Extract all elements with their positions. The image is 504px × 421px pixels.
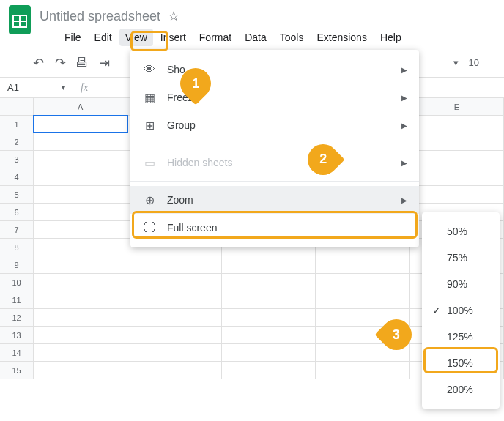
zoom-option[interactable]: 200% <box>422 376 500 403</box>
full-screen-icon: ⛶ <box>142 221 157 234</box>
cell[interactable] <box>34 168 127 185</box>
zoom-option[interactable]: 75% <box>422 245 500 271</box>
zoom-option[interactable]: 125% <box>422 324 500 350</box>
row-header[interactable]: 5 <box>0 186 34 203</box>
submenu-arrow-icon: ▶ <box>401 159 407 167</box>
row-header[interactable]: 15 <box>0 362 34 379</box>
row-header[interactable]: 1 <box>0 116 34 133</box>
menu-item-label: Hidden sheets <box>167 157 233 168</box>
cell[interactable] <box>222 256 316 273</box>
name-box-dropdown-icon[interactable]: ▾ <box>62 83 65 92</box>
sheets-logo-icon[interactable] <box>9 5 31 40</box>
cell[interactable] <box>34 239 127 256</box>
cell[interactable] <box>222 309 316 326</box>
cell[interactable] <box>34 151 127 168</box>
font-size-input[interactable]: 10 <box>463 56 485 70</box>
row-header[interactable]: 13 <box>0 327 34 343</box>
zoom-option-label: 125% <box>447 331 473 343</box>
menu-separator <box>130 144 419 144</box>
zoom-option[interactable]: ✓100% <box>422 297 500 324</box>
menu-item-label: Full screen <box>167 222 217 234</box>
view-menu-item[interactable]: ⊞Group▶ <box>130 111 419 139</box>
view-menu-item[interactable]: ⊕Zoom▶ <box>130 186 419 214</box>
cell[interactable] <box>222 362 316 379</box>
cell[interactable] <box>34 186 127 203</box>
cell[interactable] <box>34 204 127 220</box>
cell[interactable] <box>410 116 504 133</box>
menu-file[interactable]: File <box>59 29 87 46</box>
menu-format[interactable]: Format <box>193 29 237 46</box>
view-menu-item[interactable]: ⛶Full screen <box>130 214 419 242</box>
row-header[interactable]: 14 <box>0 344 34 361</box>
cell[interactable] <box>34 133 127 150</box>
submenu-arrow-icon: ▶ <box>401 122 407 130</box>
cell[interactable] <box>34 274 127 291</box>
select-all-corner[interactable] <box>0 98 34 115</box>
menu-extensions[interactable]: Extensions <box>311 29 372 46</box>
star-icon[interactable]: ☆ <box>168 8 179 24</box>
menu-view[interactable]: View <box>119 29 153 46</box>
row-header[interactable]: 7 <box>0 221 34 238</box>
cell[interactable] <box>34 116 127 133</box>
row-header[interactable]: 10 <box>0 274 34 291</box>
cell[interactable] <box>410 133 504 150</box>
column-header[interactable]: E <box>410 98 504 115</box>
cell[interactable] <box>127 291 221 308</box>
cell[interactable] <box>222 344 316 361</box>
cell[interactable] <box>127 309 221 326</box>
cell[interactable] <box>316 291 410 308</box>
zoom-option-label: 100% <box>447 305 473 316</box>
menu-edit[interactable]: Edit <box>89 29 118 46</box>
row-header[interactable]: 11 <box>0 291 34 308</box>
cell[interactable] <box>410 168 504 185</box>
cell[interactable] <box>316 256 410 273</box>
cell[interactable] <box>34 309 127 326</box>
row-header[interactable]: 8 <box>0 239 34 256</box>
row-header[interactable]: 9 <box>0 256 34 273</box>
zoom-option[interactable]: 90% <box>422 271 500 297</box>
menu-tools[interactable]: Tools <box>274 29 310 46</box>
menu-data[interactable]: Data <box>239 29 273 46</box>
group-icon: ⊞ <box>142 119 157 133</box>
view-menu-item: ▭Hidden sheets▶ <box>130 149 419 176</box>
cell[interactable] <box>34 256 127 273</box>
cell[interactable] <box>34 291 127 308</box>
cell[interactable] <box>127 344 221 361</box>
row-header[interactable]: 12 <box>0 309 34 326</box>
doc-title[interactable]: Untitled spreadsheet <box>40 9 160 24</box>
cell[interactable] <box>316 362 410 379</box>
row-header[interactable]: 6 <box>0 204 34 220</box>
cell[interactable] <box>34 221 127 238</box>
menu-insert[interactable]: Insert <box>155 29 192 46</box>
cell[interactable] <box>127 362 221 379</box>
undo-icon[interactable]: ↶ <box>31 55 45 71</box>
cell[interactable] <box>34 362 127 379</box>
row-header[interactable]: 3 <box>0 151 34 168</box>
cell[interactable] <box>316 274 410 291</box>
cell[interactable] <box>34 327 127 343</box>
cell[interactable] <box>222 274 316 291</box>
name-box[interactable]: A1 ▾ <box>0 78 73 97</box>
cell[interactable] <box>222 291 316 308</box>
cell[interactable] <box>127 274 221 291</box>
column-header[interactable]: A <box>34 98 127 115</box>
zoom-option[interactable]: 150% <box>422 350 500 376</box>
view-menu-item[interactable]: 👁Sho▶ <box>130 56 419 83</box>
cell[interactable] <box>127 327 221 343</box>
cell[interactable] <box>410 151 504 168</box>
row-header[interactable]: 2 <box>0 133 34 150</box>
zoom-option[interactable]: 50% <box>422 218 500 245</box>
print-icon[interactable]: 🖶 <box>75 55 89 70</box>
row-header[interactable]: 4 <box>0 168 34 185</box>
cell[interactable] <box>222 327 316 343</box>
zoom-icon: ⊕ <box>142 193 157 207</box>
cell[interactable] <box>34 344 127 361</box>
paint-format-icon[interactable]: ⇥ <box>97 55 111 71</box>
view-menu-item[interactable]: ▦Freez▶ <box>130 83 419 111</box>
menu-help[interactable]: Help <box>374 29 407 46</box>
cell[interactable] <box>410 186 504 203</box>
zoom-option-label: 150% <box>447 357 473 369</box>
cell[interactable] <box>127 256 221 273</box>
redo-icon[interactable]: ↷ <box>53 55 67 71</box>
toolbar-more-dropdown-icon[interactable]: ▾ <box>453 57 459 68</box>
